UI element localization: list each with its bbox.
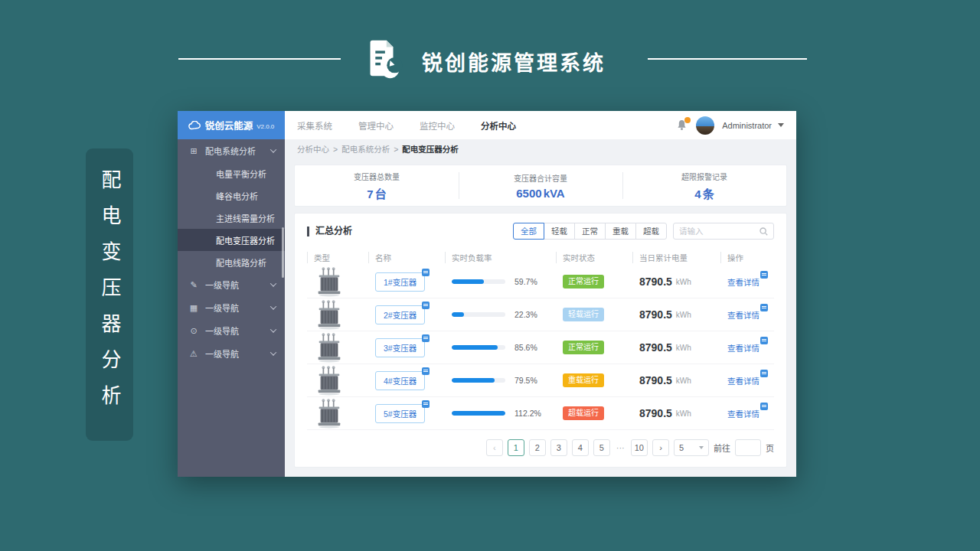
edit-icon: ✎ (188, 280, 199, 290)
pagination-page-4[interactable]: 4 (572, 439, 589, 456)
main-area: 采集系统 管理中心 监控中心 分析中心 Administrator (285, 111, 796, 477)
sidebar-group-distribution-analysis[interactable]: ⊞ 配电系统分析 (178, 139, 285, 162)
pagination-page-1[interactable]: 1 (508, 439, 524, 456)
energy-unit: kWh (676, 377, 691, 385)
transformer-image (314, 398, 345, 429)
energy-value: 8790.5 (639, 407, 672, 419)
detail-badge-icon (760, 403, 768, 410)
filter-light-button[interactable]: 轻载 (544, 223, 575, 240)
chevron-down-icon (270, 146, 276, 152)
goto-page-input[interactable] (735, 439, 761, 456)
sidebar-item-level1-c[interactable]: ⊙ 一级导航 (178, 319, 285, 342)
page-size-value: 5 (679, 443, 684, 452)
transformer-name-button[interactable]: 4#变压器 (375, 371, 425, 390)
load-percentage: 112.2% (514, 409, 541, 418)
circle-icon: ⊙ (188, 326, 199, 336)
pagination-page-10[interactable]: 10 (631, 439, 648, 456)
topnav-collection-system[interactable]: 采集系统 (297, 119, 332, 132)
transformer-image (314, 266, 345, 297)
table-row: 5#变压器 112.2% 超载运行 8790.5kWh 查看详情 (307, 397, 774, 430)
app-logo-version: V2.0.0 (256, 123, 274, 130)
sidebar: 锐创云能源 V2.0.0 ⊞ 配电系统分析 电量平衡分析 峰谷电分析 主进线需量… (178, 111, 285, 477)
transformer-image (314, 299, 345, 330)
topnav-analysis-center[interactable]: 分析中心 (481, 119, 516, 132)
col-header-name: 名称 (368, 252, 445, 263)
energy-value: 8790.5 (639, 374, 672, 386)
breadcrumb-separator: > (333, 145, 338, 154)
notification-bell-icon[interactable] (676, 119, 688, 132)
filter-normal-button[interactable]: 正常 (574, 223, 606, 240)
energy-value: 8790.5 (639, 308, 672, 321)
breadcrumb-analysis-center[interactable]: 分析中心 (297, 143, 329, 155)
filter-all-button[interactable]: 全部 (513, 223, 544, 240)
sidebar-item-level1-d[interactable]: ⚠ 一级导航 (178, 342, 285, 365)
transformer-name-button[interactable]: 1#变压器 (375, 272, 425, 292)
detail-badge-icon (760, 304, 768, 311)
search-icon[interactable] (760, 227, 768, 236)
sidebar-item-peak-valley[interactable]: 峰谷电分析 (178, 184, 285, 207)
breadcrumb: 分析中心 > 配电系统分析 > 配电变压器分析 (285, 139, 796, 158)
stat-label: 变压器合计容量 (514, 172, 567, 184)
topbar-right: Administrator (676, 116, 784, 135)
sidebar-item-level1-b[interactable]: ▦ 一级导航 (178, 296, 285, 319)
sidebar-item-power-balance[interactable]: 电量平衡分析 (178, 162, 285, 184)
view-details-link[interactable]: 查看详情 (727, 311, 760, 320)
detail-badge-icon (422, 367, 430, 375)
detail-badge-icon (422, 302, 430, 309)
view-details-link[interactable]: 查看详情 (727, 344, 760, 353)
transformer-image (314, 365, 345, 396)
page-background: 锐创能源管理系统 配电变压器分析 锐创云能源 V2.0.0 ⊞ 配电系统分析 (0, 0, 980, 551)
energy-unit: kWh (676, 278, 691, 286)
transformer-name-button[interactable]: 5#变压器 (375, 404, 425, 423)
col-header-energy: 当日累计电量 (632, 252, 720, 263)
stat-label: 超限报警记录 (681, 171, 727, 182)
view-details-link[interactable]: 查看详情 (727, 278, 760, 287)
sidebar-item-line-analysis[interactable]: 配电线路分析 (178, 251, 285, 273)
table-row: 1#变压器 59.7% 正常运行 8790.5kWh 查看详情 (307, 266, 774, 298)
pagination-page-5[interactable]: 5 (593, 439, 610, 456)
pagination-ellipsis[interactable]: ··· (615, 443, 626, 452)
pagination-prev-button[interactable]: ‹ (486, 439, 503, 456)
sidebar-item-main-line-demand[interactable]: 主进线需量分析 (178, 207, 285, 229)
status-badge: 超载运行 (563, 406, 604, 420)
topnav-management-center[interactable]: 管理中心 (358, 119, 394, 132)
table-row: 3#变压器 85.6% 正常运行 8790.5kWh 查看详情 (307, 331, 774, 364)
chevron-down-icon (270, 326, 276, 332)
page-size-select[interactable]: 5 (674, 439, 709, 456)
energy-unit: kWh (676, 311, 691, 319)
topnav-monitoring-center[interactable]: 监控中心 (420, 119, 455, 132)
breadcrumb-distribution-analysis[interactable]: 配电系统分析 (341, 143, 390, 155)
grid-icon: ▦ (188, 303, 199, 313)
pagination-page-2[interactable]: 2 (529, 439, 546, 456)
brand-divider-left (178, 58, 341, 60)
energy-value: 8790.5 (639, 341, 672, 354)
brand-header: 锐创能源管理系统 (0, 37, 980, 83)
filter-overload-button[interactable]: 超载 (635, 223, 667, 240)
load-progress-bar (452, 279, 505, 284)
sidebar-scrollbar[interactable] (282, 227, 284, 278)
sidebar-nav: ⊞ 配电系统分析 电量平衡分析 峰谷电分析 主进线需量分析 配电变压器分析 配电… (178, 139, 285, 365)
sidebar-item-level1-a[interactable]: ✎ 一级导航 (178, 273, 285, 296)
stat-transformer-count: 变压器总数量 7台 (295, 165, 459, 206)
pagination-next-button[interactable]: › (652, 439, 669, 456)
col-header-load: 实时负载率 (445, 252, 556, 263)
stat-label: 变压器总数量 (354, 171, 400, 182)
detail-badge-icon (760, 337, 768, 344)
view-details-link[interactable]: 查看详情 (727, 409, 760, 419)
user-menu-caret-icon[interactable] (778, 123, 784, 127)
filter-heavy-button[interactable]: 重载 (605, 223, 636, 240)
status-badge: 重载运行 (563, 373, 604, 387)
sidebar-item-transformer-analysis[interactable]: 配电变压器分析 (178, 229, 285, 251)
sidebar-item-label: 一级导航 (205, 279, 239, 291)
search-input[interactable] (679, 227, 760, 236)
detail-badge-icon (422, 400, 430, 408)
table-header-row: 类型 名称 实时负载率 实时状态 当日累计电量 操作 (307, 249, 774, 266)
transformer-name-button[interactable]: 2#变压器 (375, 305, 425, 324)
pagination-page-3[interactable]: 3 (550, 439, 567, 456)
transformer-name-button[interactable]: 3#变压器 (375, 338, 425, 357)
sidebar-group-label: 配电系统分析 (205, 145, 256, 157)
view-details-link[interactable]: 查看详情 (727, 377, 760, 386)
load-progress-bar (452, 378, 505, 383)
avatar[interactable] (696, 116, 714, 135)
sidebar-item-label: 一级导航 (205, 324, 239, 337)
